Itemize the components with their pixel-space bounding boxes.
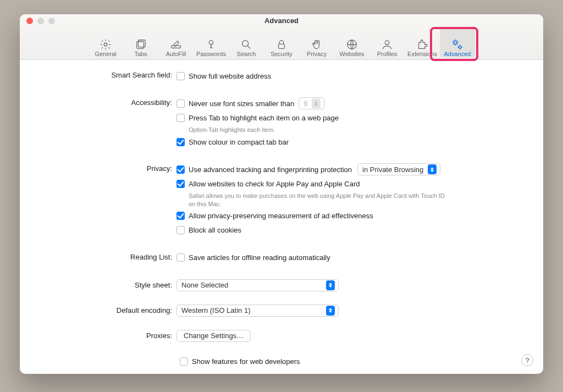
stylesheet-label: Style sheet:: [36, 281, 176, 289]
tab-profiles[interactable]: Profiles: [369, 29, 405, 57]
block-cookies-checkbox[interactable]: [176, 226, 185, 234]
save-offline-text: Save articles for offline reading automa…: [189, 253, 330, 262]
chevron-updown-icon: [312, 98, 321, 108]
show-full-url-text: Show full website address: [189, 72, 271, 80]
tab-search[interactable]: Search: [229, 29, 264, 57]
tab-general[interactable]: General: [88, 29, 123, 57]
svg-rect-1: [137, 42, 144, 49]
window-header: Advanced General Tabs AutoFill Passwords: [20, 14, 543, 60]
window-title: Advanced: [20, 16, 543, 25]
tab-tabs[interactable]: Tabs: [123, 29, 158, 57]
block-cookies-text: Block all cookies: [189, 226, 241, 234]
min-font-checkbox[interactable]: [176, 100, 185, 108]
globe-icon: [346, 38, 358, 51]
min-font-text: Never use font sizes smaller than: [189, 100, 294, 108]
apple-pay-hint: Safari allows you to make purchases on t…: [189, 192, 452, 208]
svg-point-10: [459, 46, 461, 48]
reading-list-label: Reading List:: [36, 252, 176, 261]
apple-pay-text: Allow websites to check for Apple Pay an…: [189, 180, 360, 188]
tracking-text: Use advanced tracking and fingerprinting…: [189, 165, 352, 174]
encoding-select[interactable]: Western (ISO Latin 1): [176, 305, 339, 317]
chevron-updown-icon: [326, 306, 335, 316]
proxies-label: Proxies:: [36, 332, 176, 340]
encoding-label: Default encoding:: [36, 306, 176, 314]
prefs-toolbar: General Tabs AutoFill Passwords Search S…: [20, 27, 543, 59]
show-dev-features-checkbox[interactable]: [180, 357, 188, 366]
help-button[interactable]: ?: [521, 354, 533, 366]
content-area: Smart Search field: Show full website ad…: [20, 60, 543, 374]
measurement-text: Allow privacy-preserving measurement of …: [189, 212, 373, 220]
privacy-label: Privacy:: [36, 163, 176, 173]
show-colour-checkbox[interactable]: [176, 138, 185, 146]
press-tab-text: Press Tab to highlight each item on a we…: [189, 114, 339, 122]
gears-icon: [451, 38, 463, 51]
tab-advanced[interactable]: Advanced: [440, 29, 475, 57]
press-tab-checkbox[interactable]: [176, 114, 185, 122]
save-offline-checkbox[interactable]: [176, 253, 185, 262]
key-icon: [205, 38, 217, 51]
apple-pay-checkbox[interactable]: [176, 180, 185, 188]
svg-point-9: [454, 41, 457, 45]
smart-search-label: Smart Search field:: [36, 70, 176, 79]
tab-autofill[interactable]: AutoFill: [158, 29, 194, 57]
titlebar: Advanced: [20, 14, 543, 27]
svg-point-4: [209, 41, 213, 45]
lock-icon: [275, 38, 288, 51]
search-icon: [240, 38, 252, 51]
svg-point-5: [242, 41, 249, 47]
svg-point-8: [385, 41, 389, 45]
hand-icon: [311, 38, 323, 51]
min-font-select[interactable]: 9: [299, 97, 324, 109]
svg-rect-2: [138, 40, 145, 47]
accessibility-label: Accessibility:: [36, 97, 176, 107]
show-colour-text: Show colour in compact tab bar: [189, 138, 289, 146]
tab-extensions[interactable]: Extensions: [405, 29, 440, 57]
preferences-window: Advanced General Tabs AutoFill Passwords: [20, 14, 543, 374]
tab-passwords[interactable]: Passwords: [194, 29, 229, 57]
tab-security[interactable]: Security: [264, 29, 299, 57]
press-tab-hint: Option-Tab highlights each item.: [189, 126, 452, 134]
tracking-checkbox[interactable]: [176, 165, 185, 174]
proxies-button[interactable]: Change Settings…: [176, 330, 251, 342]
stylesheet-select[interactable]: None Selected: [176, 279, 339, 291]
pencil-icon: [170, 38, 182, 51]
tracking-scope-select[interactable]: in Private Browsing: [357, 163, 440, 175]
show-dev-features-text: Show features for web developers: [192, 357, 300, 366]
tab-websites[interactable]: Websites: [334, 29, 369, 57]
person-icon: [381, 38, 393, 51]
tab-privacy[interactable]: Privacy: [299, 29, 334, 57]
gear-icon: [100, 38, 112, 51]
show-full-url-checkbox[interactable]: [176, 72, 185, 80]
chevron-updown-icon: [428, 164, 437, 174]
tabs-icon: [135, 38, 147, 51]
chevron-updown-icon: [326, 280, 335, 290]
svg-rect-6: [279, 44, 285, 48]
puzzle-icon: [416, 38, 428, 51]
measurement-checkbox[interactable]: [176, 212, 185, 220]
svg-point-0: [104, 43, 107, 46]
